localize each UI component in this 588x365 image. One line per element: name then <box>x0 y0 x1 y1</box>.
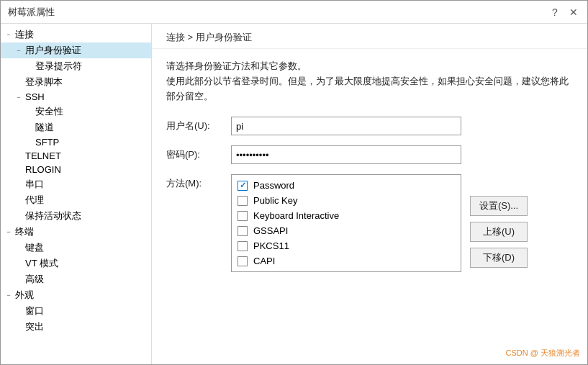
method-item-password[interactable]: ✓Password <box>232 178 461 193</box>
tree-item-label: 突出 <box>25 320 44 333</box>
titlebar-controls: ? ✕ <box>548 6 580 19</box>
tree-item[interactable]: 突出 <box>1 319 151 335</box>
move-up-button[interactable]: 上移(U) <box>470 222 528 242</box>
main-panel: 连接 > 用户身份验证 请选择身份验证方法和其它参数。 使用此部分以节省登录时间… <box>152 24 587 364</box>
tree-item[interactable]: VT 模式 <box>1 256 151 271</box>
method-label-password: Password <box>253 180 294 191</box>
method-checkbox-publickey[interactable] <box>238 196 248 206</box>
settings-button[interactable]: 设置(S)... <box>470 196 528 216</box>
tree-item-label: 保持活动状态 <box>25 209 81 222</box>
window-title: 树莓派属性 <box>8 6 55 19</box>
method-label-pkcs11: PKCS11 <box>253 240 289 251</box>
tree-item-label: 代理 <box>25 194 44 207</box>
main-window: 树莓派属性 ? ✕ −连接−用户身份验证登录提示符登录脚本−SSH安全性隧道SF… <box>0 0 588 365</box>
tree-item[interactable]: RLOGIN <box>1 163 151 176</box>
tree-item-label: 外观 <box>15 289 34 302</box>
tree-item[interactable]: 键盘 <box>1 240 151 256</box>
tree-item[interactable]: 窗口 <box>1 303 151 319</box>
method-label-capi: CAPI <box>253 256 275 266</box>
close-button[interactable]: ✕ <box>567 6 580 19</box>
method-label-gssapi: GSSAPI <box>253 225 288 236</box>
desc-line1: 请选择身份验证方法和其它参数。 <box>166 59 573 74</box>
tree-item[interactable]: 安全性 <box>1 104 151 120</box>
tree-item-label: 登录提示符 <box>35 60 82 73</box>
breadcrumb: 连接 > 用户身份验证 <box>152 24 587 49</box>
tree-item[interactable]: TELNET <box>1 149 151 163</box>
tree-item-label: 串口 <box>25 178 44 191</box>
tree-item[interactable]: SFTP <box>1 135 151 149</box>
tree-toggle-icon: − <box>4 227 14 237</box>
tree-toggle-icon: − <box>4 290 14 300</box>
tree-item-label: 终端 <box>15 225 34 238</box>
method-checkbox-password[interactable]: ✓ <box>238 181 248 191</box>
tree-item[interactable]: −终端 <box>1 224 151 240</box>
move-down-button[interactable]: 下移(D) <box>470 248 528 268</box>
help-button[interactable]: ? <box>548 6 561 19</box>
tree-item-label: 高级 <box>25 273 44 286</box>
desc-line2: 使用此部分以节省登录时间。但是，为了最大限度地提高安全性，如果担心安全问题，建议… <box>166 74 573 104</box>
tree-item-label: SSH <box>25 91 45 102</box>
tree-item-label: TELNET <box>25 150 61 161</box>
tree-item-label: 窗口 <box>25 305 44 317</box>
methods-box: ✓PasswordPublic KeyKeyboard InteractiveG… <box>231 174 461 272</box>
tree-item[interactable]: 登录脚本 <box>1 74 151 90</box>
tree-item-label: RLOGIN <box>25 164 61 175</box>
password-row: 密码(P): <box>166 145 573 164</box>
tree-item-label: 连接 <box>15 28 34 41</box>
method-label-keyboard: Keyboard Interactive <box>253 210 339 221</box>
content-area: −连接−用户身份验证登录提示符登录脚本−SSH安全性隧道SFTPTELNETRL… <box>1 24 587 364</box>
username-label: 用户名(U): <box>166 120 231 132</box>
tree-item[interactable]: −用户身份验证 <box>1 42 151 58</box>
tree-item[interactable]: 代理 <box>1 192 151 208</box>
tree-item[interactable]: 保持活动状态 <box>1 208 151 224</box>
method-item-gssapi[interactable]: GSSAPI <box>232 223 461 238</box>
tree-item-label: 隧道 <box>35 121 54 134</box>
tree-item[interactable]: 串口 <box>1 176 151 192</box>
method-item-capi[interactable]: CAPI <box>232 253 461 269</box>
tree-toggle-icon: − <box>14 45 24 55</box>
method-checkbox-keyboard[interactable] <box>238 211 248 221</box>
tree-item-label: 登录脚本 <box>25 76 63 89</box>
tree-item-label: 键盘 <box>25 241 44 254</box>
method-checkbox-capi[interactable] <box>238 256 248 266</box>
tree-item-label: VT 模式 <box>25 257 58 270</box>
method-checkbox-pkcs11[interactable] <box>238 241 248 251</box>
method-label-publickey: Public Key <box>253 195 297 206</box>
username-input[interactable] <box>231 117 461 135</box>
tree-item[interactable]: −连接 <box>1 27 151 42</box>
side-buttons: 设置(S)... 上移(U) 下移(D) <box>470 174 528 268</box>
tree-toggle-icon: − <box>4 30 14 40</box>
tree-item[interactable]: 高级 <box>1 271 151 287</box>
tree-panel: −连接−用户身份验证登录提示符登录脚本−SSH安全性隧道SFTPTELNETRL… <box>1 24 152 364</box>
main-content: 请选择身份验证方法和其它参数。 使用此部分以节省登录时间。但是，为了最大限度地提… <box>152 49 587 364</box>
tree-item[interactable]: −外观 <box>1 287 151 303</box>
watermark: CSDN @ 天狼溯光者 <box>506 348 580 359</box>
method-item-keyboard[interactable]: Keyboard Interactive <box>232 208 461 223</box>
password-input[interactable] <box>231 145 461 164</box>
tree-toggle-icon: − <box>14 92 24 102</box>
methods-label: 方法(M): <box>166 174 231 190</box>
username-row: 用户名(U): <box>166 117 573 135</box>
password-label: 密码(P): <box>166 148 231 161</box>
method-item-publickey[interactable]: Public Key <box>232 193 461 208</box>
tree-item[interactable]: 隧道 <box>1 120 151 135</box>
tree-item[interactable]: −SSH <box>1 90 151 104</box>
tree-item-label: 安全性 <box>35 105 63 118</box>
tree-item-label: 用户身份验证 <box>25 44 81 57</box>
titlebar: 树莓派属性 ? ✕ <box>1 1 587 24</box>
methods-row: 方法(M): ✓PasswordPublic KeyKeyboard Inter… <box>166 174 573 272</box>
tree-item-label: SFTP <box>35 137 59 148</box>
method-checkbox-gssapi[interactable] <box>238 226 248 236</box>
tree-item[interactable]: 登录提示符 <box>1 58 151 74</box>
description: 请选择身份验证方法和其它参数。 使用此部分以节省登录时间。但是，为了最大限度地提… <box>166 59 573 104</box>
method-item-pkcs11[interactable]: PKCS11 <box>232 238 461 253</box>
